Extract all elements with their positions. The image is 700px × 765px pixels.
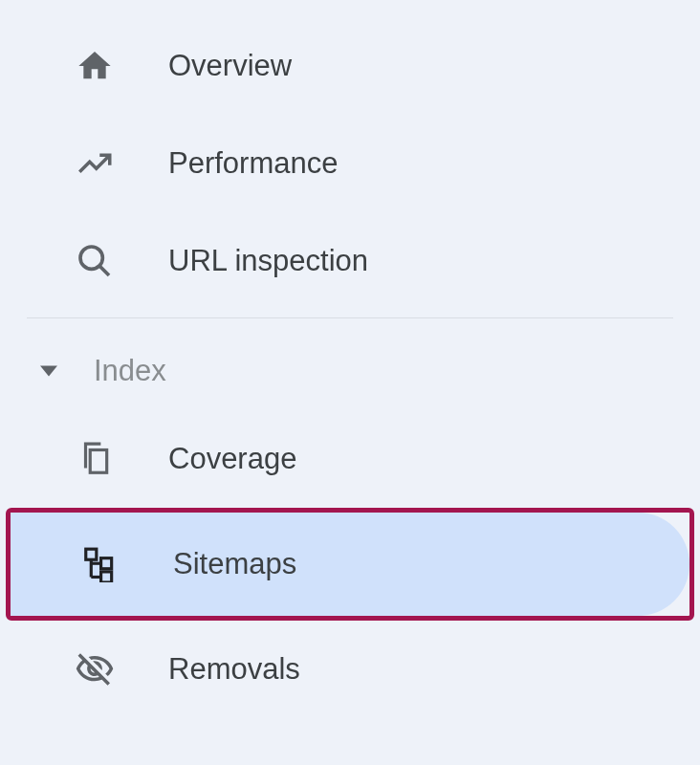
highlight-annotation: Sitemaps [6,508,694,621]
sidebar-item-label: Sitemaps [173,547,296,581]
sidebar-item-label: URL inspection [168,244,368,278]
divider [27,317,673,318]
sidebar-item-performance[interactable]: Performance [0,115,700,212]
sidebar-item-label: Removals [168,652,300,687]
sidebar-item-label: Performance [168,146,338,181]
sidebar-item-sitemaps[interactable]: Sitemaps [11,513,689,616]
sidebar-item-label: Coverage [168,442,296,476]
svg-point-0 [80,247,102,269]
section-label: Index [94,354,166,388]
sidebar-item-overview[interactable]: Overview [0,17,700,115]
chevron-down-icon [38,361,59,382]
sidebar-item-label: Overview [168,49,292,83]
svg-rect-2 [90,450,106,473]
sidebar: Overview Performance URL inspection Inde… [0,0,700,765]
copy-icon [75,439,115,479]
svg-rect-5 [101,572,112,582]
search-icon [75,241,115,281]
sidebar-item-coverage[interactable]: Coverage [0,410,700,508]
svg-line-1 [99,266,109,275]
sitemap-icon [79,544,120,584]
section-header-index[interactable]: Index [0,332,700,410]
trending-up-icon [75,143,115,184]
visibility-off-icon [75,649,115,689]
sidebar-item-url-inspection[interactable]: URL inspection [0,212,700,310]
sidebar-item-removals[interactable]: Removals [0,621,700,718]
home-icon [75,46,115,86]
svg-rect-4 [101,558,112,569]
svg-rect-3 [86,549,97,559]
